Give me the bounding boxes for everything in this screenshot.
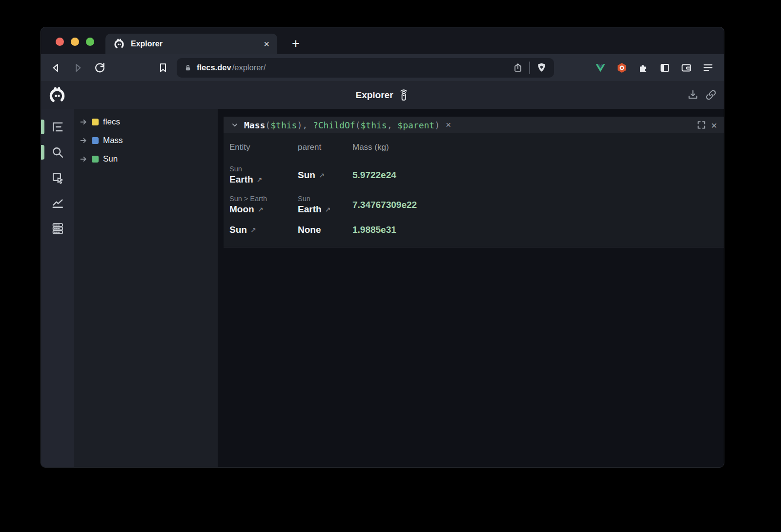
url-bar[interactable]: flecs.dev /explorer/ bbox=[177, 58, 554, 78]
extensions-puzzle-icon[interactable] bbox=[637, 62, 649, 74]
tree-item-sun[interactable]: Sun bbox=[74, 150, 218, 168]
entity-color-square bbox=[92, 156, 99, 163]
app-header: Explorer bbox=[41, 81, 724, 109]
column-header-parent: parent bbox=[298, 143, 352, 152]
sidebar-toggle-icon[interactable] bbox=[659, 62, 671, 74]
new-tab-button[interactable]: + bbox=[288, 36, 304, 51]
entity-cell: Sun Earth↗ bbox=[229, 165, 298, 185]
content-area: Mass($this), ?ChildOf($this, $parent) × … bbox=[218, 109, 724, 468]
mass-value: 1.9885e31 bbox=[352, 225, 724, 235]
tree-item-label[interactable]: flecs bbox=[103, 117, 120, 127]
page-title: Explorer bbox=[355, 90, 393, 101]
entity-path: Sun > Earth bbox=[229, 195, 298, 203]
table-header: Entity parent Mass (kg) bbox=[224, 133, 724, 160]
entity-cell: Sun > Earth Moon↗ bbox=[229, 195, 298, 215]
maximize-window-button[interactable] bbox=[86, 38, 94, 46]
link-icon[interactable] bbox=[705, 89, 717, 101]
external-link-icon[interactable]: ↗ bbox=[257, 176, 263, 184]
hexagon-extension-icon[interactable] bbox=[616, 62, 628, 74]
share-icon[interactable] bbox=[513, 62, 523, 73]
clear-query-icon[interactable]: × bbox=[446, 120, 451, 130]
column-header-entity: Entity bbox=[229, 143, 298, 152]
external-link-icon[interactable]: ↗ bbox=[258, 205, 264, 213]
query-expression[interactable]: Mass($this), ?ChildOf($this, $parent) bbox=[244, 120, 440, 130]
active-indicator-search bbox=[41, 145, 44, 160]
results-table: Entity parent Mass (kg) Sun Earth↗ Sun↗ … bbox=[224, 133, 724, 247]
parent-link[interactable]: Sun bbox=[298, 170, 315, 181]
brave-shield-icon[interactable] bbox=[536, 62, 547, 73]
chevron-down-icon[interactable] bbox=[230, 121, 239, 129]
table-row: Sun↗ None 1.9885e31 bbox=[224, 220, 724, 240]
fullscreen-icon[interactable] bbox=[697, 120, 706, 130]
table-row: Sun Earth↗ Sun↗ 5.9722e24 bbox=[224, 160, 724, 190]
expand-arrow-icon[interactable] bbox=[80, 137, 87, 144]
external-link-icon[interactable]: ↗ bbox=[325, 205, 331, 213]
entity-link[interactable]: Sun bbox=[229, 225, 247, 235]
tree-view-button[interactable] bbox=[51, 120, 64, 134]
entity-path: Sun bbox=[229, 165, 298, 173]
wallet-icon[interactable] bbox=[680, 62, 692, 74]
back-button[interactable] bbox=[49, 61, 62, 75]
lock-icon bbox=[184, 63, 192, 72]
tree-item-mass[interactable]: Mass bbox=[74, 131, 218, 150]
parent-cell: Sun Earth↗ bbox=[298, 195, 352, 215]
traffic-lights bbox=[56, 38, 94, 46]
inspector-button[interactable] bbox=[51, 171, 64, 184]
entity-color-square bbox=[92, 119, 99, 125]
external-link-icon[interactable]: ↗ bbox=[250, 226, 256, 234]
entity-cell: Sun↗ bbox=[229, 225, 298, 235]
entity-tree-panel: flecs Mass Sun bbox=[74, 109, 218, 468]
close-query-icon[interactable]: × bbox=[711, 120, 717, 130]
tab-title: Explorer bbox=[131, 40, 258, 48]
icon-sidebar bbox=[41, 109, 74, 468]
tab-bar: Explorer × + bbox=[41, 27, 724, 54]
entity-color-square bbox=[92, 137, 99, 144]
mass-value: 5.9722e24 bbox=[352, 170, 724, 181]
menu-icon[interactable] bbox=[702, 61, 714, 74]
flecs-favicon bbox=[113, 38, 125, 50]
stats-button[interactable] bbox=[51, 196, 64, 210]
tree-item-label[interactable]: Sun bbox=[103, 154, 118, 164]
minimize-window-button[interactable] bbox=[71, 38, 79, 46]
close-window-button[interactable] bbox=[56, 38, 64, 46]
download-icon[interactable] bbox=[687, 89, 699, 101]
bookmark-icon[interactable] bbox=[156, 61, 170, 75]
active-indicator-tree bbox=[41, 120, 44, 134]
parent-path: Sun bbox=[298, 195, 352, 203]
flecs-logo[interactable] bbox=[48, 86, 66, 104]
search-button[interactable] bbox=[51, 145, 64, 159]
browser-window: Explorer × + flecs.dev /explorer bbox=[41, 27, 724, 468]
tree-item-flecs[interactable]: flecs bbox=[74, 113, 218, 131]
expand-arrow-icon[interactable] bbox=[80, 155, 87, 163]
browser-toolbar: flecs.dev /explorer/ bbox=[41, 54, 724, 81]
parent-link[interactable]: Earth bbox=[298, 204, 322, 215]
parent-cell: Sun↗ bbox=[298, 170, 352, 181]
entity-link[interactable]: Earth bbox=[229, 174, 253, 185]
query-bar[interactable]: Mass($this), ?ChildOf($this, $parent) × … bbox=[224, 117, 724, 133]
expand-arrow-icon[interactable] bbox=[80, 118, 87, 126]
divider bbox=[529, 61, 530, 74]
browser-tab[interactable]: Explorer × bbox=[105, 34, 277, 54]
mass-value: 7.34767309e22 bbox=[352, 200, 724, 210]
vue-devtools-icon[interactable] bbox=[595, 62, 606, 74]
tables-button[interactable] bbox=[51, 222, 64, 235]
url-path: /explorer/ bbox=[232, 63, 266, 72]
external-link-icon[interactable]: ↗ bbox=[319, 171, 325, 179]
reload-button[interactable] bbox=[93, 61, 106, 75]
tab-close-icon[interactable]: × bbox=[264, 39, 269, 49]
parent-cell: None bbox=[298, 225, 352, 235]
tree-item-label[interactable]: Mass bbox=[103, 136, 123, 145]
forward-button[interactable] bbox=[71, 61, 85, 75]
url-host: flecs.dev bbox=[197, 63, 231, 72]
column-header-mass: Mass (kg) bbox=[352, 143, 724, 152]
parent-none-label: None bbox=[298, 225, 321, 235]
remote-connection-icon[interactable] bbox=[398, 89, 410, 101]
table-row: Sun > Earth Moon↗ Sun Earth↗ 7.34767309e… bbox=[224, 190, 724, 220]
entity-link[interactable]: Moon bbox=[229, 204, 254, 215]
